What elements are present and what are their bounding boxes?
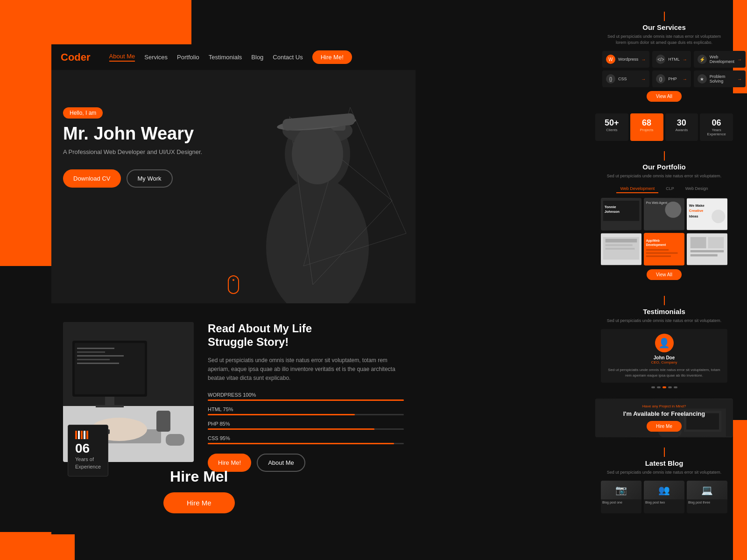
hero-person-image [219,70,416,303]
nav-blog[interactable]: Blog [251,54,263,61]
ptab-clp[interactable]: CLP [662,185,678,193]
corner-decoration-bl [0,532,75,560]
portfolio-view-all-button[interactable]: View All [647,269,682,280]
right-panel: Our Services Sed ut perspiciatis unde om… [595,0,733,560]
svg-rect-55 [708,237,724,248]
blog-title: Latest Blog [601,459,727,467]
blog-item-2[interactable]: 👥 Blog post two [644,481,684,513]
portfolio-item-2[interactable]: Pro Web Agent [644,198,684,231]
portfolio-subtitle: Sed ut perspiciatis unde omnis iste natu… [601,173,727,179]
ptab-webdesign[interactable]: Web Design [682,185,712,193]
nav-contact[interactable]: Contact Us [273,54,303,61]
svg-rect-22 [77,363,119,364]
portfolio-tabs: Web Development CLP Web Design [601,185,727,193]
service-php: () PHP → [652,70,691,87]
testimonial-text: Sed ut perspiciatis unde omnis iste natu… [606,367,723,378]
nav-portfolio[interactable]: Portfolio [177,54,199,61]
stat-experience: 06 Years Experience [700,113,733,141]
svg-rect-52 [646,255,671,257]
exp-lines [75,431,101,439]
testimonial-name: John Doe [606,355,723,360]
blog-text-2: Blog post two [644,499,684,505]
section-divider [664,448,665,457]
svg-text:Tonnie: Tonnie [605,205,616,209]
blog-image-2: 👥 [644,481,684,499]
dot-2[interactable] [657,386,661,388]
stat-clients: 50+ Clients [595,113,628,141]
svg-rect-21 [77,359,110,360]
hero-buttons: Download CV My Work [63,169,202,188]
blog-image-3: 💻 [687,481,727,499]
service-arrow-icon: → [737,77,742,82]
about-image-wrapper: 06 Years ofExperience [63,322,194,472]
portfolio-item-1[interactable]: Tonnie Johnson [601,198,641,231]
services-section: Our Services Sed ut perspiciatis unde om… [595,5,733,109]
dot-4[interactable] [668,386,672,388]
svg-rect-19 [77,351,105,353]
stat-awards: 30 Awards [665,113,698,141]
nav-about[interactable]: About Me [109,53,135,62]
ptab-webdev[interactable]: Web Development [616,185,658,193]
download-cv-button[interactable]: Download CV [63,169,121,188]
hello-badge: Hello, I am [63,107,103,119]
svg-rect-57 [691,254,718,256]
svg-rect-26 [166,434,184,446]
services-title: Our Services [602,23,726,31]
svg-rect-44 [606,239,637,243]
dot-1[interactable] [651,386,655,388]
about-description: Sed ut perspiciatis unde omnis iste natu… [208,356,404,383]
hero-subtitle: A Professional Web Developer and UI/UX D… [63,148,202,155]
skill-wordpress: WORDPRESS 100% [208,392,404,401]
freelance-title: I'm Available for Freelancing [601,410,727,417]
blog-item-1[interactable]: 📷 Blog post one [601,481,641,513]
nav-services[interactable]: Services [144,54,168,61]
services-grid: W Wordpress → </> HTML → ⚡ Web Developme… [602,51,726,87]
blog-image-1: 📷 [601,481,641,499]
testimonials-section: Testimonials Sed ut perspiciatis unde om… [595,290,733,394]
svg-rect-18 [77,348,114,349]
main-panel: Coder About Me Services Portfolio Testim… [51,44,416,534]
blog-text-3: Blog post three [687,499,727,505]
blog-item-3[interactable]: 💻 Blog post three [687,481,727,513]
hire-me-nav-button[interactable]: Hire Me! [312,50,352,64]
portfolio-thumbnail-6 [687,233,727,266]
blog-section: Latest Blog Sed ut perspiciatis unde omn… [595,442,733,519]
navbar: Coder About Me Services Portfolio Testim… [51,44,416,70]
about-me-button[interactable]: About Me [257,454,305,472]
dot-3[interactable] [662,386,666,388]
service-webdev: ⚡ Web Development → [694,51,746,68]
portfolio-item-5[interactable]: App/Web Development [644,233,684,266]
section-divider [664,151,665,161]
about-title: Read About My LifeStruggle Story! [208,322,404,349]
freelance-section: Have any Project in Mind? I'm Available … [595,399,733,437]
my-work-button[interactable]: My Work [127,169,173,188]
section-divider [664,12,665,21]
svg-text:App/Web: App/Web [646,238,660,242]
stat-projects: 68 Projects [630,113,663,141]
exp-number: 06 [75,441,101,456]
hero-content: Hello, I am Mr. John Weary A Professiona… [63,107,202,188]
service-wordpress: W Wordpress → [602,51,649,68]
portfolio-item-3[interactable]: We Make Creative Ideas [687,198,727,231]
hire-section-button[interactable]: Hire Me [163,492,235,513]
about-content: Read About My LifeStruggle Story! Sed ut… [208,322,404,472]
svg-rect-27 [156,411,170,432]
portfolio-item-4[interactable] [601,233,641,266]
service-arrow-icon: → [641,77,646,82]
svg-text:Development: Development [646,243,666,247]
blog-grid: 📷 Blog post one 👥 Blog post two 💻 Blog p… [601,481,727,513]
hire-section: Hire Mel Hire Me [163,468,235,513]
nav-testimonials[interactable]: Testimonials [209,54,242,61]
dot-5[interactable] [674,386,677,388]
testimonials-title: Testimonials [601,308,727,315]
freelance-hire-button[interactable]: Hire Me [647,421,682,432]
skill-css: CSS 95% [208,435,404,444]
service-problemsolving: ★ Problem Solving → [694,70,746,87]
testimonial-card: 👤 John Doe CEO, Company Sed ut perspicia… [601,329,727,382]
services-view-all-button[interactable]: View All [647,91,682,102]
scroll-indicator [228,275,239,294]
portfolio-item-6[interactable] [687,233,727,266]
hero-section: Hello, I am Mr. John Weary A Professiona… [51,70,416,303]
svg-text:Johnson: Johnson [605,210,620,214]
service-arrow-icon: → [641,57,646,62]
